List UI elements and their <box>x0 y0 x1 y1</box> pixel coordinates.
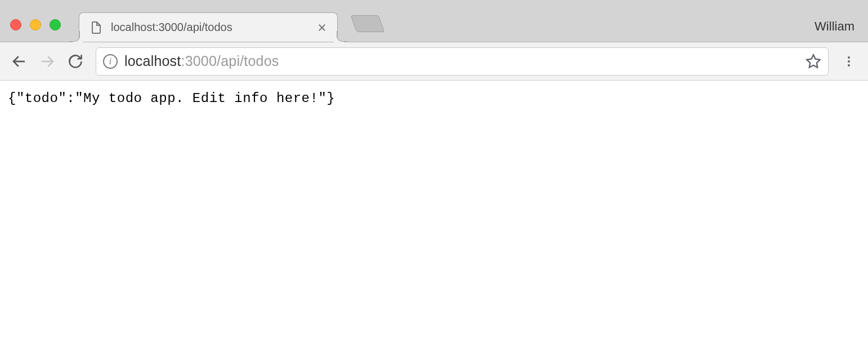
file-icon <box>90 21 103 34</box>
response-body: {"todo":"My todo app. Edit info here!"} <box>8 91 860 106</box>
profile-name[interactable]: William <box>815 19 854 34</box>
svg-point-5 <box>848 56 850 59</box>
svg-point-7 <box>848 64 850 67</box>
svg-point-6 <box>848 60 850 63</box>
forward-button[interactable] <box>36 50 59 73</box>
url-host: localhost <box>124 53 181 69</box>
new-tab-button[interactable] <box>351 15 385 32</box>
window-controls <box>10 19 61 30</box>
toolbar: i localhost:3000/api/todos <box>0 42 868 81</box>
address-bar[interactable]: i localhost:3000/api/todos <box>96 47 829 76</box>
tab-strip: localhost:3000/api/todos <box>79 11 382 42</box>
svg-marker-4 <box>807 55 820 67</box>
url-text: localhost:3000/api/todos <box>124 53 806 69</box>
bookmark-star-icon[interactable] <box>806 54 821 69</box>
close-icon[interactable] <box>317 23 327 33</box>
browser-window: localhost:3000/api/todos William <box>0 0 868 354</box>
window-maximize-button[interactable] <box>50 19 61 30</box>
menu-button[interactable] <box>838 50 860 73</box>
window-minimize-button[interactable] <box>30 19 41 30</box>
site-info-icon[interactable]: i <box>103 54 118 69</box>
window-close-button[interactable] <box>10 19 21 30</box>
reload-button[interactable] <box>64 50 87 73</box>
tab-title: localhost:3000/api/todos <box>111 21 317 34</box>
back-button[interactable] <box>8 50 30 73</box>
browser-tab[interactable]: localhost:3000/api/todos <box>79 12 338 42</box>
url-path: :3000/api/todos <box>181 53 279 69</box>
page-content: {"todo":"My todo app. Edit info here!"} <box>0 81 868 354</box>
title-bar: localhost:3000/api/todos William <box>0 0 868 42</box>
info-glyph: i <box>109 56 111 67</box>
